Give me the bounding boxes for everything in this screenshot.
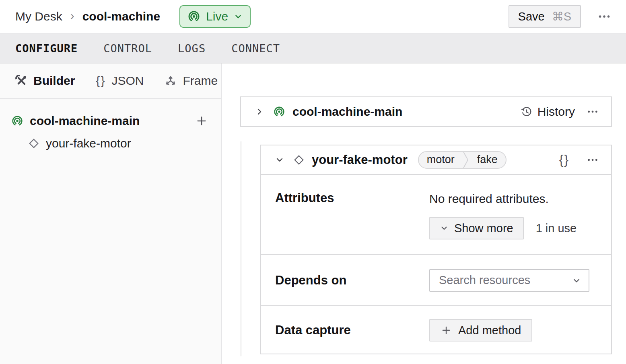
plus-icon: [195, 115, 208, 127]
ellipsis-icon: [586, 105, 599, 118]
depends-on-select[interactable]: [429, 269, 589, 292]
component-card-header: your-fake-motor motor fake {}: [261, 145, 611, 175]
chevron-down-icon: [234, 12, 243, 21]
attributes-empty-text: No required attributes.: [429, 191, 599, 206]
data-capture-content: Add method: [429, 319, 599, 342]
mode-json[interactable]: {} JSON: [96, 74, 144, 88]
machine-part-icon: [11, 115, 23, 127]
top-bar: My Desk › cool-machine Live Save ⌘S: [0, 0, 626, 33]
component-diamond-icon: [28, 138, 39, 149]
data-capture-section: Data capture Add method: [261, 305, 611, 354]
depends-on-label: Depends on: [275, 273, 429, 288]
chevron-down-icon: [275, 155, 284, 165]
attributes-content: No required attributes. Show more 1 in u…: [429, 191, 599, 254]
add-method-button[interactable]: Add method: [429, 319, 532, 342]
component-config-card: your-fake-motor motor fake {}: [260, 145, 612, 354]
tab-connect[interactable]: CONNECT: [231, 42, 280, 55]
config-sidebar: Builder {} JSON Frame: [0, 63, 222, 364]
history-button-label: History: [537, 105, 575, 119]
tree-guide-rail: [241, 141, 241, 356]
chevron-right-icon: [255, 107, 264, 117]
breadcrumb-machine-name: cool-machine: [82, 10, 160, 23]
attributes-label: Attributes: [275, 191, 429, 254]
component-card-actions: {}: [558, 151, 601, 169]
tab-logs[interactable]: LOGS: [178, 42, 206, 55]
ellipsis-icon: [597, 9, 612, 24]
tree-item-component[interactable]: your-fake-motor: [0, 133, 221, 154]
braces-icon: {}: [559, 152, 569, 167]
add-method-label: Add method: [458, 324, 521, 337]
config-main-panel: cool-machine-main History: [222, 63, 626, 364]
mode-builder-label: Builder: [33, 74, 75, 88]
history-button[interactable]: History: [518, 104, 577, 119]
component-menu-button[interactable]: [585, 152, 601, 168]
history-clock-icon: [521, 106, 533, 118]
tree-item-machine-part[interactable]: cool-machine-main: [0, 109, 221, 133]
save-button[interactable]: Save ⌘S: [509, 5, 581, 28]
component-model: fake: [469, 153, 506, 166]
component-type: motor: [419, 153, 463, 166]
part-card-actions: History: [518, 104, 601, 120]
chevron-down-icon: [572, 276, 581, 285]
data-capture-label: Data capture: [275, 323, 429, 337]
expand-part-button[interactable]: [253, 105, 266, 118]
search-resources-input[interactable]: [438, 273, 572, 287]
plus-icon: [441, 325, 452, 336]
depends-on-section: Depends on: [261, 254, 611, 305]
show-more-label: Show more: [454, 222, 513, 235]
add-resource-button[interactable]: [194, 113, 210, 129]
frame-axes-icon: [165, 75, 177, 87]
component-diamond-icon: [293, 154, 305, 166]
ellipsis-icon: [586, 153, 599, 166]
resource-tree: cool-machine-main your-fake-motor: [0, 99, 221, 154]
save-button-label: Save: [518, 10, 545, 23]
machine-tab-bar: CONFIGURE CONTROL LOGS CONNECT: [0, 33, 626, 63]
machine-menu-button[interactable]: [595, 8, 613, 25]
part-card-title: cool-machine-main: [292, 105, 402, 119]
part-menu-button[interactable]: [585, 104, 601, 120]
tree-item-label: cool-machine-main: [30, 114, 187, 128]
attributes-actions: Show more 1 in use: [429, 217, 599, 239]
machine-part-card: cool-machine-main History: [240, 96, 612, 127]
braces-icon: {}: [96, 74, 105, 88]
breadcrumb-location[interactable]: My Desk: [15, 10, 62, 23]
tree-item-label: your-fake-motor: [46, 137, 131, 150]
mode-json-label: JSON: [111, 74, 144, 88]
machine-live-icon: [187, 10, 200, 23]
edit-json-button[interactable]: {}: [558, 151, 571, 169]
chevron-down-icon: [440, 224, 449, 233]
attributes-usage-text: 1 in use: [536, 222, 577, 235]
breadcrumb: My Desk › cool-machine: [15, 10, 160, 23]
component-card-title: your-fake-motor: [312, 153, 408, 167]
top-bar-actions: Save ⌘S: [509, 5, 613, 28]
show-more-button[interactable]: Show more: [429, 217, 524, 239]
depends-on-content: [429, 269, 599, 292]
tools-icon: [15, 75, 27, 87]
tab-control[interactable]: CONTROL: [103, 42, 152, 55]
save-shortcut-hint: ⌘S: [552, 10, 571, 23]
mode-frame-label: Frame: [183, 74, 218, 88]
tab-configure[interactable]: CONFIGURE: [15, 42, 78, 55]
badge-divider-icon: [463, 151, 469, 169]
mode-frame[interactable]: Frame: [165, 74, 218, 88]
component-type-badge: motor fake: [418, 151, 507, 169]
machine-status-dropdown[interactable]: Live: [179, 5, 251, 28]
config-mode-switcher: Builder {} JSON Frame: [0, 63, 221, 99]
collapse-component-button[interactable]: [273, 153, 286, 166]
machine-part-icon: [273, 106, 285, 118]
mode-builder[interactable]: Builder: [15, 74, 75, 88]
breadcrumb-separator-icon: ›: [70, 9, 74, 22]
configure-workspace: Builder {} JSON Frame: [0, 63, 626, 364]
attributes-section: Attributes No required attributes. Show …: [261, 175, 611, 254]
machine-status-label: Live: [206, 10, 228, 23]
